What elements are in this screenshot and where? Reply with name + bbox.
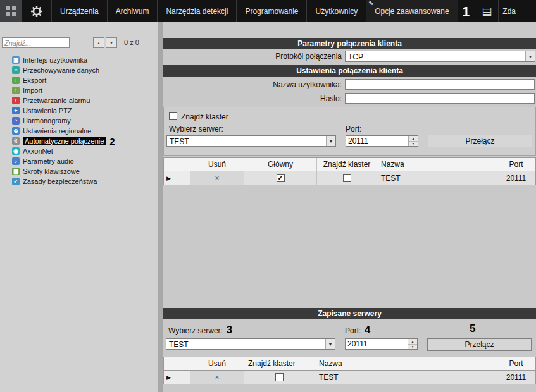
report-icon: ▤ xyxy=(482,4,492,18)
protocol-select[interactable]: TCP ▼ xyxy=(345,51,535,62)
column-header-nazwa: Nazwa xyxy=(377,158,497,171)
port-input[interactable] xyxy=(346,136,408,146)
sidebar-item-przetwarzanie-alarmu[interactable]: !Przetwarzanie alarmu xyxy=(0,95,158,106)
switch-button[interactable]: Przełącz xyxy=(428,135,532,147)
search-result-counter: 0 z 0 xyxy=(124,39,139,46)
spin-up-button[interactable]: ▲ xyxy=(408,339,417,345)
section-header-client-settings: Ustawienia połączenia klienta xyxy=(163,65,536,77)
sidebar-item-label: Przetwarzanie alarmu xyxy=(23,97,90,104)
menu-item-archiwum[interactable]: Archiwum xyxy=(107,0,158,22)
sidebar-search-row: ▲ ▼ 0 z 0 xyxy=(0,37,158,49)
protocol-label: Protokół połączenia xyxy=(163,52,342,61)
column-header-usun: Usuń xyxy=(190,158,244,171)
main-server-cell: ✓ xyxy=(244,171,317,185)
spin-up-button[interactable]: ▲ xyxy=(409,136,418,142)
column-header-selector xyxy=(164,158,190,171)
delete-row-button[interactable]: × xyxy=(190,171,244,185)
menu-item-urzadzenia[interactable]: Urządzenia xyxy=(51,0,107,22)
sidebar-item-ustawienia-regionalne[interactable]: ⊕Ustawienia regionalne xyxy=(0,126,158,136)
annotation-4: 4 xyxy=(365,324,370,335)
app-grid-icon xyxy=(6,6,16,16)
menu-item-uzytkownicy[interactable]: Użytkownicy xyxy=(306,0,366,22)
delete-row-button[interactable]: × xyxy=(190,371,244,384)
server-name-cell: TEST xyxy=(315,371,497,384)
password-field[interactable] xyxy=(345,93,535,104)
settings-sidebar: ▲ ▼ 0 z 0 ▣Interfejs użytkownika ≡Przech… xyxy=(0,22,158,392)
username-label: Nazwa użytkownika: xyxy=(163,80,342,89)
column-header-glowny: Główny xyxy=(244,158,317,171)
menu-item-label: Programowanie xyxy=(245,7,298,16)
sidebar-item-label: Zasady bezpieczeństwa xyxy=(23,178,97,185)
sidebar-item-eksport[interactable]: ↓Eksport xyxy=(0,75,158,85)
annotation-5: 5 xyxy=(470,322,475,335)
row-selector[interactable]: ▶ xyxy=(164,171,190,185)
label-text: Wybierz serwer: xyxy=(168,326,223,335)
chevron-down-icon: ▼ xyxy=(325,339,335,349)
sidebar-item-przechowywanie-danych[interactable]: ≡Przechowywanie danych xyxy=(0,65,158,75)
menu-item-opcje-zaawansowane[interactable]: ✎ Opcje zaawansowane xyxy=(366,0,457,22)
find-cluster-checkbox[interactable] xyxy=(169,112,177,120)
password-label: Hasło: xyxy=(163,94,342,103)
globe-icon: ⊕ xyxy=(12,127,20,135)
saved-switch-button[interactable]: Przełącz xyxy=(427,338,532,351)
spin-down-button[interactable]: ▼ xyxy=(408,345,417,350)
port-spinner: ▲ ▼ xyxy=(346,135,418,147)
find-cluster-cell xyxy=(317,171,377,185)
row-selector[interactable]: ▶ xyxy=(164,371,190,384)
protocol-selected-value: TCP xyxy=(348,52,363,61)
events-board-button[interactable]: ▤ xyxy=(475,0,498,22)
storage-icon: ≡ xyxy=(12,66,20,74)
ptz-crosshair-icon: + xyxy=(12,107,20,114)
menu-item-label: Narzędzia detekcji xyxy=(166,7,228,16)
sidebar-item-zasady-bezpieczenstwa[interactable]: ✓Zasady bezpieczeństwa xyxy=(0,176,158,187)
spin-down-button[interactable]: ▼ xyxy=(409,142,418,147)
server-selected-value: TEST xyxy=(170,137,189,146)
menu-item-label: Urządzenia xyxy=(60,7,99,16)
row-marker-icon: ▶ xyxy=(166,374,171,381)
menu-item-narzedzia-detekcji[interactable]: Narzędzia detekcji xyxy=(157,0,236,22)
menu-item-programowanie[interactable]: Programowanie xyxy=(236,0,306,22)
search-previous-button[interactable]: ▲ xyxy=(93,37,104,48)
saved-port-spinner-buttons: ▲ ▼ xyxy=(408,339,417,349)
settings-gear-button[interactable] xyxy=(22,0,51,22)
column-header-znajdz-klaster: Znajdź klaster xyxy=(244,357,315,371)
alarm-icon: ! xyxy=(12,97,20,104)
sidebar-item-parametry-audio[interactable]: ♪Parametry audio xyxy=(0,156,158,166)
saved-port-input[interactable] xyxy=(346,339,408,349)
sidebar-splitter[interactable] xyxy=(158,22,163,392)
username-field[interactable] xyxy=(345,79,535,90)
app-window: Urządzenia Archiwum Narzędzia detekcji P… xyxy=(0,0,536,392)
sidebar-item-interfejs-uzytkownika[interactable]: ▣Interfejs użytkownika xyxy=(0,55,158,65)
sidebar-item-automatyczne-polaczenie[interactable]: ↯ Automatyczne połączenie 2 xyxy=(0,136,158,146)
sidebar-item-ustawienia-ptz[interactable]: +Ustawienia PTZ xyxy=(0,106,158,116)
app-menu-button[interactable] xyxy=(0,0,22,22)
annotation-3: 3 xyxy=(227,324,232,335)
saved-port-label: Port:4 xyxy=(345,324,370,336)
sidebar-item-harmonogramy[interactable]: ◔Harmonogramy xyxy=(0,116,158,126)
speaker-icon: ♪ xyxy=(12,157,20,165)
chevron-down-icon: ▼ xyxy=(109,41,113,45)
settings-tree: ▣Interfejs użytkownika ≡Przechowywanie d… xyxy=(0,55,158,187)
section-header-saved-servers: Zapisane serwery xyxy=(163,308,536,319)
saved-server-select[interactable]: TEST ▼ xyxy=(166,338,335,350)
security-policy-icon: ✓ xyxy=(12,178,20,185)
row-find-cluster-checkbox[interactable] xyxy=(275,373,284,381)
sidebar-item-label: Parametry audio xyxy=(23,157,74,165)
pencil-icon: ✎ xyxy=(368,0,373,7)
sidebar-item-import[interactable]: ↑Import xyxy=(0,85,158,95)
schedule-clock-icon: ◔ xyxy=(12,117,20,125)
main-server-checkbox[interactable]: ✓ xyxy=(277,174,285,182)
connection-icon: ↯ xyxy=(12,137,20,145)
sidebar-item-axxonnet[interactable]: ◉AxxonNet xyxy=(0,146,158,156)
chevron-up-icon: ▲ xyxy=(97,41,101,45)
server-name-cell: TEST xyxy=(377,171,497,185)
search-next-button[interactable]: ▼ xyxy=(106,37,117,48)
sidebar-item-label: Ustawienia regionalne xyxy=(23,127,91,135)
search-input[interactable] xyxy=(2,37,70,48)
server-select[interactable]: TEST ▼ xyxy=(166,135,336,147)
chevron-down-icon: ▼ xyxy=(525,51,535,61)
row-marker-icon: ▶ xyxy=(166,175,171,181)
menu-item-zdarzenia-truncated[interactable]: Zda xyxy=(498,0,520,22)
sidebar-item-skroty-klawiszowe[interactable]: ▦Skróty klawiszowe xyxy=(0,166,158,176)
row-find-cluster-checkbox[interactable] xyxy=(343,174,351,182)
